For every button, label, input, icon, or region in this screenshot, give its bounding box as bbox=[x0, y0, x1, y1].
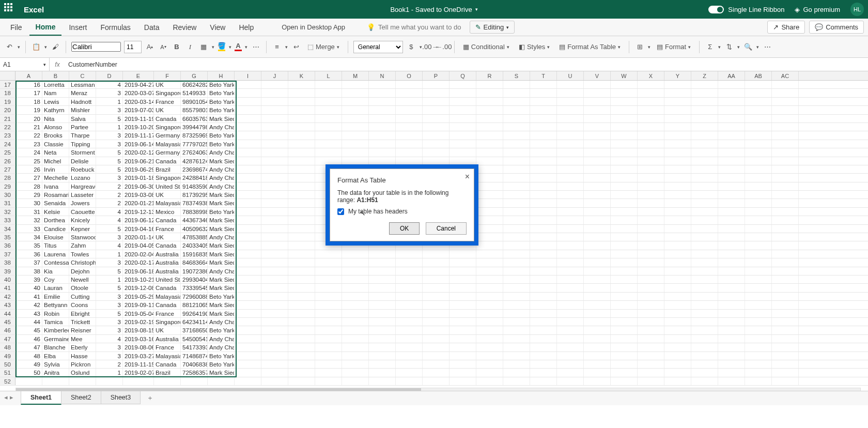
cell[interactable] bbox=[584, 352, 611, 360]
cell[interactable] bbox=[638, 377, 664, 385]
cell[interactable]: 78838998 bbox=[181, 208, 208, 216]
cell[interactable] bbox=[261, 377, 288, 385]
cell[interactable] bbox=[396, 377, 423, 385]
cell[interactable] bbox=[315, 123, 342, 131]
cell[interactable] bbox=[691, 81, 718, 88]
table-row[interactable]: 2221AlonsoPartee12019-10-20Singapore3994… bbox=[0, 123, 868, 131]
cell[interactable] bbox=[369, 335, 396, 343]
cell[interactable] bbox=[315, 326, 342, 334]
cell[interactable] bbox=[396, 267, 423, 275]
column-header[interactable]: A bbox=[16, 71, 42, 80]
cell[interactable] bbox=[638, 233, 664, 241]
cell[interactable]: Zahm bbox=[69, 241, 96, 249]
cell[interactable]: Kimberlee bbox=[42, 326, 69, 334]
cell[interactable] bbox=[396, 276, 423, 283]
cell[interactable] bbox=[530, 182, 557, 190]
cell[interactable] bbox=[611, 352, 638, 360]
cell[interactable] bbox=[745, 208, 772, 216]
cell[interactable] bbox=[584, 191, 611, 198]
cell[interactable]: 5 bbox=[96, 115, 123, 123]
cell[interactable] bbox=[557, 241, 584, 249]
cell[interactable] bbox=[557, 293, 584, 300]
cell[interactable] bbox=[369, 318, 396, 326]
cell[interactable] bbox=[557, 157, 584, 165]
cell[interactable]: Caouette bbox=[69, 208, 96, 216]
cell[interactable] bbox=[691, 284, 718, 292]
cell[interactable] bbox=[235, 301, 261, 309]
cell[interactable]: Andy Champan bbox=[208, 267, 235, 275]
cell[interactable] bbox=[691, 377, 718, 385]
cell[interactable]: 87325969 bbox=[181, 131, 208, 139]
cell[interactable] bbox=[664, 360, 691, 368]
cell[interactable] bbox=[476, 165, 503, 173]
cell[interactable] bbox=[691, 310, 718, 317]
cell[interactable] bbox=[261, 360, 288, 368]
cell[interactable]: 5 bbox=[96, 284, 123, 292]
cell[interactable] bbox=[261, 225, 288, 233]
column-header[interactable]: G bbox=[181, 71, 208, 80]
sheet-nav-prev-icon[interactable]: ◂ bbox=[4, 393, 8, 401]
cell[interactable] bbox=[342, 106, 369, 114]
cell[interactable]: 3 bbox=[96, 343, 123, 351]
cell[interactable]: 2 bbox=[96, 191, 123, 198]
cell[interactable] bbox=[423, 250, 450, 258]
font-size-select[interactable] bbox=[124, 41, 142, 53]
cell[interactable]: Andy Champan bbox=[208, 343, 235, 351]
cell[interactable]: United Sta bbox=[154, 276, 181, 283]
cell[interactable] bbox=[772, 157, 799, 165]
cell[interactable] bbox=[530, 335, 557, 343]
cell[interactable] bbox=[745, 115, 772, 123]
cell[interactable] bbox=[342, 98, 369, 105]
cell[interactable]: France bbox=[154, 98, 181, 105]
cell[interactable] bbox=[745, 199, 772, 207]
table-row[interactable]: 4645KimberleeReisner32019-08-15UK3716865… bbox=[0, 326, 868, 334]
cell[interactable] bbox=[315, 293, 342, 300]
cell[interactable]: Mark Siedling bbox=[208, 225, 235, 233]
cell[interactable] bbox=[718, 216, 745, 224]
cell[interactable] bbox=[369, 89, 396, 97]
cell[interactable]: 66035763 bbox=[181, 115, 208, 123]
cell[interactable] bbox=[342, 335, 369, 343]
cell[interactable] bbox=[557, 98, 584, 105]
cell[interactable]: Canada bbox=[154, 360, 181, 368]
cell[interactable]: 2019-02-07 bbox=[123, 369, 154, 376]
cell[interactable] bbox=[584, 258, 611, 266]
cell[interactable] bbox=[450, 293, 476, 300]
cell[interactable] bbox=[745, 148, 772, 156]
cell[interactable] bbox=[584, 216, 611, 224]
cell[interactable] bbox=[745, 284, 772, 292]
column-header[interactable]: T bbox=[530, 71, 557, 80]
cell[interactable] bbox=[123, 377, 154, 385]
cell[interactable] bbox=[611, 199, 638, 207]
cell[interactable] bbox=[772, 310, 799, 317]
cell[interactable] bbox=[664, 301, 691, 309]
cell[interactable] bbox=[718, 284, 745, 292]
cell[interactable] bbox=[423, 326, 450, 334]
cell[interactable] bbox=[261, 318, 288, 326]
cell[interactable] bbox=[530, 131, 557, 139]
cell[interactable] bbox=[718, 199, 745, 207]
cell[interactable]: Canada bbox=[154, 301, 181, 309]
cell[interactable] bbox=[450, 343, 476, 351]
cell[interactable] bbox=[342, 369, 369, 376]
cell[interactable] bbox=[745, 310, 772, 317]
dialog-close-button[interactable]: × bbox=[465, 172, 470, 181]
cell[interactable]: 2020-03-14 bbox=[123, 98, 154, 105]
cell[interactable] bbox=[718, 267, 745, 275]
table-row[interactable]: 3837ContessaChristophe32020-02-17Austral… bbox=[0, 258, 868, 267]
cell[interactable] bbox=[664, 267, 691, 275]
cell[interactable] bbox=[745, 89, 772, 97]
cell[interactable] bbox=[288, 216, 315, 224]
cell[interactable] bbox=[691, 106, 718, 114]
cell[interactable] bbox=[288, 377, 315, 385]
row-header[interactable]: 25 bbox=[0, 148, 16, 156]
cell[interactable] bbox=[718, 148, 745, 156]
cell[interactable]: UK bbox=[154, 191, 181, 198]
cell[interactable]: Contessa bbox=[42, 258, 69, 266]
cell[interactable] bbox=[423, 369, 450, 376]
cell[interactable] bbox=[530, 267, 557, 275]
cell[interactable] bbox=[503, 301, 530, 309]
increase-font-icon[interactable]: A▴ bbox=[145, 42, 155, 52]
cell[interactable] bbox=[611, 326, 638, 334]
cell[interactable]: Kelsie bbox=[42, 208, 69, 216]
